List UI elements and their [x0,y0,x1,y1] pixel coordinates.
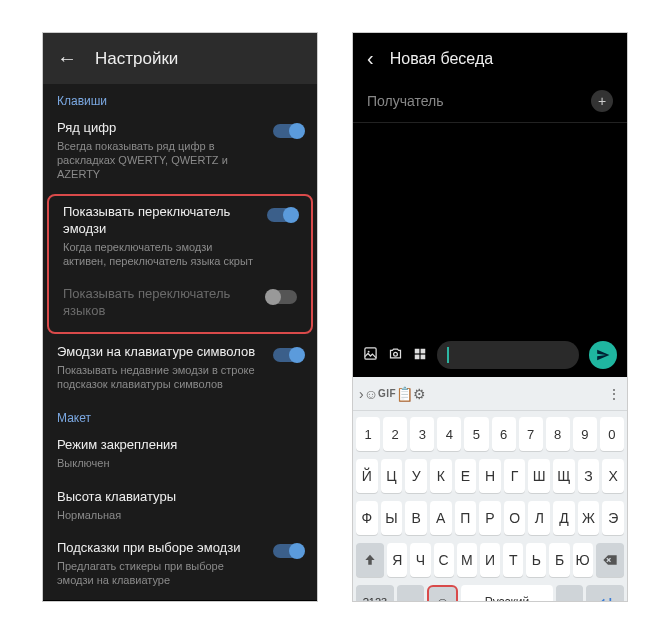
keyboard-toolbar: › ☺ GIF 📋 ⚙ ⋮ [353,377,627,411]
letter-key[interactable]: Ж [578,501,600,535]
digit-key[interactable]: 3 [410,417,434,451]
recipient-placeholder: Получатель [367,93,444,109]
highlight-emoji-switch: Показывать переключатель эмодзи Когда пе… [47,194,313,334]
digit-key[interactable]: 7 [519,417,543,451]
comma-key[interactable]: , [397,585,424,602]
digit-key[interactable]: 4 [437,417,461,451]
row-title: Показывать переключатель языков [63,286,257,320]
letter-key[interactable]: Е [455,459,477,493]
backspace-key[interactable] [596,543,624,577]
letter-key[interactable]: Ю [573,543,593,577]
row-sub: Всегда показывать ряд цифр в раскладках … [57,139,263,182]
camera-icon[interactable] [388,346,403,364]
toggle-emoji-switch[interactable] [267,208,297,222]
letter-key[interactable]: Ц [381,459,403,493]
letter-key[interactable]: Ы [381,501,403,535]
letter-key[interactable]: Ш [528,459,550,493]
toggle-lang-switch [267,290,297,304]
settings-header: ← Настройки [43,33,317,84]
row-kbd-height[interactable]: Высота клавиатуры Нормальная [43,481,317,532]
letter-key[interactable]: А [430,501,452,535]
letter-key[interactable]: К [430,459,452,493]
toggle-emoji-symbols[interactable] [273,348,303,362]
messaging-screen: ‹ Новая беседа Получатель + › ☺ GIF 📋 ⚙ [352,32,628,602]
letter-key[interactable]: Н [479,459,501,493]
row-title: Ряд цифр [57,120,263,137]
letter-key[interactable]: Я [387,543,407,577]
digit-key[interactable]: 2 [383,417,407,451]
sticker-icon[interactable]: ☺ [364,386,378,402]
back-chevron-icon[interactable]: ‹ [367,47,374,70]
toggle-emoji-hints[interactable] [273,544,303,558]
enter-key[interactable] [586,585,624,602]
letter-key[interactable]: Л [528,501,550,535]
settings-screen: ← Настройки Клавиши Ряд цифр Всегда пока… [42,32,318,602]
digit-key[interactable]: 8 [546,417,570,451]
letter-key[interactable]: Щ [553,459,575,493]
send-button[interactable] [589,341,617,369]
letter-key[interactable]: У [405,459,427,493]
toggle-digit-row[interactable] [273,124,303,138]
shift-key[interactable] [356,543,384,577]
settings-gear-icon[interactable]: ⚙ [413,386,426,402]
row-sub: Предлагать стикеры при выборе эмодзи на … [57,559,263,588]
settings-body: Клавиши Ряд цифр Всегда показывать ряд ц… [43,84,317,600]
letter-key[interactable]: Г [504,459,526,493]
row-title: Высота клавиатуры [57,489,303,506]
period-key[interactable]: . [556,585,583,602]
letter-key[interactable]: Х [602,459,624,493]
letter-key[interactable]: М [457,543,477,577]
row-sub: Нормальная [57,508,303,522]
letter-key[interactable]: О [504,501,526,535]
text-cursor [447,347,449,363]
row-title: Эмодзи на клавиатуре символов [57,344,263,361]
digit-key[interactable]: 6 [492,417,516,451]
letter-key[interactable]: Ь [526,543,546,577]
space-key[interactable]: Русский [461,585,553,602]
letter-key[interactable]: Т [503,543,523,577]
kbd-more-icon[interactable]: ⋮ [607,386,621,402]
row-emoji-hints[interactable]: Подсказки при выборе эмодзи Предлагать с… [43,532,317,597]
letter-key[interactable]: С [434,543,454,577]
settings-title: Настройки [95,49,178,69]
message-input[interactable] [437,341,579,369]
clipboard-icon[interactable]: 📋 [396,386,413,402]
letter-key[interactable]: Б [549,543,569,577]
svg-point-1 [368,351,370,353]
add-recipient-button[interactable]: + [591,90,613,112]
row-title: Подсказки при выборе эмодзи [57,540,263,557]
keyboard: › ☺ GIF 📋 ⚙ ⋮ 1234567890 ЙЦУКЕНГШЩЗХ ФЫВ… [353,377,627,602]
row-emoji-symbols[interactable]: Эмодзи на клавиатуре символов Показывать… [43,336,317,401]
letter-key[interactable]: Ф [356,501,378,535]
digit-key[interactable]: 0 [600,417,624,451]
row-sub: Выключен [57,456,303,470]
letter-key[interactable]: П [455,501,477,535]
digit-key[interactable]: 9 [573,417,597,451]
recipient-row[interactable]: Получатель + [353,84,627,123]
section-layout-label: Макет [43,401,317,429]
compose-bar [353,333,627,377]
letter-key[interactable]: Э [602,501,624,535]
emoji-switch-key[interactable]: ☺ [427,585,458,602]
gif-button[interactable]: GIF [378,388,396,399]
letter-key[interactable]: Ч [410,543,430,577]
letter-key[interactable]: З [578,459,600,493]
svg-rect-5 [415,354,420,359]
numeric-key[interactable]: ?123 [356,585,394,602]
gallery-icon[interactable] [363,346,378,364]
row-dock-mode[interactable]: Режим закрепления Выключен [43,429,317,480]
apps-grid-icon[interactable] [413,347,427,364]
row-emoji-switch[interactable]: Показывать переключатель эмодзи Когда пе… [49,196,311,278]
letter-key[interactable]: Й [356,459,378,493]
row-title: Показывать переключатель эмодзи [63,204,257,238]
row-digit-row[interactable]: Ряд цифр Всегда показывать ряд цифр в ра… [43,112,317,192]
letter-key[interactable]: И [480,543,500,577]
row-lang-switch: Показывать переключатель языков [49,278,311,330]
digit-key[interactable]: 1 [356,417,380,451]
chat-body [353,123,627,333]
letter-key[interactable]: Д [553,501,575,535]
back-arrow-icon[interactable]: ← [57,47,77,70]
letter-key[interactable]: Р [479,501,501,535]
digit-key[interactable]: 5 [464,417,488,451]
letter-key[interactable]: В [405,501,427,535]
